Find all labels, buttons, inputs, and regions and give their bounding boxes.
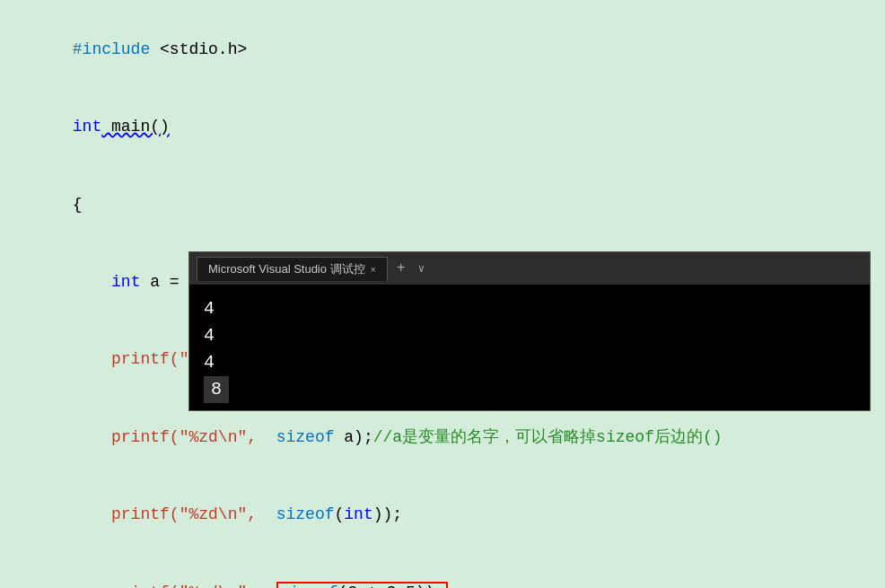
output-highlighted-8: 8 xyxy=(204,376,229,403)
code-line-8: printf("%zd\n", sizeof(3 + 3.5)); xyxy=(14,554,871,588)
sizeof-highlighted-box: sizeof(3 + 3.5)); xyxy=(276,582,449,588)
printf-4: printf( xyxy=(73,584,180,588)
terminal-close-icon[interactable]: × xyxy=(371,264,376,275)
terminal-popup: Microsoft Visual Studio 调试控 × + ∨ 4 4 4 … xyxy=(188,251,871,411)
output-line-2: 4 xyxy=(204,322,855,349)
code-line-2: int main() xyxy=(14,88,871,165)
printf-1: printf( xyxy=(73,350,180,368)
output-line-1: 4 xyxy=(204,295,855,322)
printf-2: printf( xyxy=(73,428,180,446)
terminal-output: 4 4 4 8 xyxy=(189,285,870,410)
output-line-3: 4 xyxy=(204,349,855,376)
terminal-tab-arrow[interactable]: ∨ xyxy=(415,262,428,276)
code-line-1: #include <stdio.h> xyxy=(14,11,871,88)
code-area: #include <stdio.h> int main() { int a = … xyxy=(0,0,885,588)
code-line-3: { xyxy=(14,166,871,243)
code-line-7: printf("%zd\n", sizeof(int)); xyxy=(14,476,871,553)
int-keyword-a: int xyxy=(111,273,140,291)
printf-3: printf( xyxy=(73,505,180,523)
output-line-4: 8 xyxy=(204,376,855,403)
main-func: main() xyxy=(101,118,170,136)
include-keyword: #include xyxy=(73,40,150,58)
sizeof-2: sizeof xyxy=(276,428,335,446)
terminal-tab-item[interactable]: Microsoft Visual Studio 调试控 × xyxy=(197,257,388,281)
terminal-tab-bar: Microsoft Visual Studio 调试控 × + ∨ xyxy=(189,252,870,285)
sizeof-3: sizeof xyxy=(276,505,335,523)
int-keyword-main: int xyxy=(73,118,101,136)
terminal-add-tab[interactable]: + xyxy=(391,260,411,276)
terminal-tab-label: Microsoft Visual Studio 调试控 xyxy=(208,261,365,277)
main-container: #include <stdio.h> int main() { int a = … xyxy=(0,0,885,588)
comment-line6: //a是变量的名字，可以省略掉sizeof后边的() xyxy=(373,428,723,446)
